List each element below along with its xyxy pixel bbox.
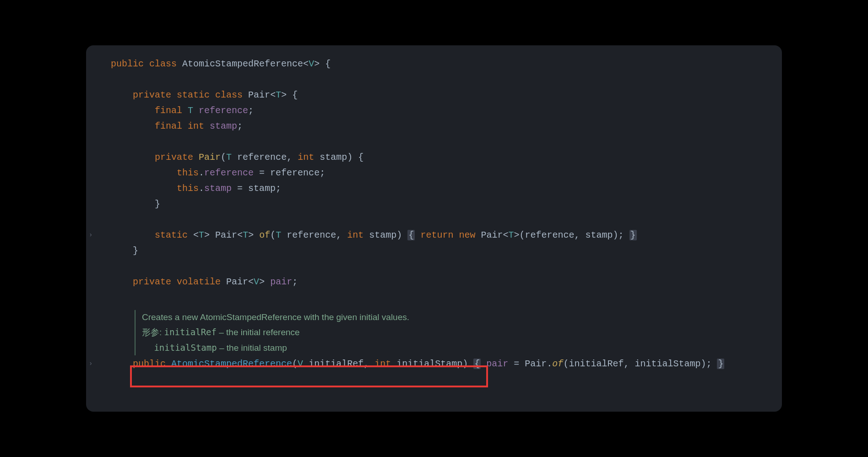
keyword-final: final bbox=[155, 105, 182, 116]
generic-param: T bbox=[276, 90, 281, 100]
param-name: initialStamp bbox=[396, 359, 462, 369]
field-name: pair bbox=[270, 277, 292, 287]
keyword-static: static bbox=[177, 90, 210, 100]
keyword-public: public bbox=[133, 359, 166, 369]
code-line[interactable]: public class AtomicStampedReference<V> { bbox=[86, 56, 782, 72]
blank-line bbox=[86, 290, 782, 305]
keyword-return: return bbox=[420, 230, 453, 240]
code-area[interactable]: public class AtomicStampedReference<V> {… bbox=[86, 45, 782, 383]
generic-param: V bbox=[309, 59, 314, 69]
code-line[interactable]: } bbox=[86, 243, 782, 259]
type-int: int bbox=[188, 121, 204, 131]
brace-open: { bbox=[320, 59, 331, 69]
generic-param: V bbox=[254, 277, 259, 287]
angle-close: > bbox=[314, 59, 320, 69]
param-type: int bbox=[347, 230, 363, 240]
param-type: T bbox=[226, 152, 232, 163]
code-line[interactable]: this.stamp = stamp; bbox=[86, 181, 782, 196]
class-ref: Pair bbox=[525, 359, 547, 369]
params-label: 形参: bbox=[142, 327, 162, 337]
param-desc: – the initial reference bbox=[217, 327, 300, 337]
code-line[interactable]: private volatile Pair<V> pair; bbox=[86, 274, 782, 290]
param-type: int bbox=[298, 152, 314, 163]
fold-marker[interactable]: } bbox=[629, 230, 637, 240]
keyword-public: public bbox=[111, 59, 144, 69]
fold-chevron-icon[interactable]: › bbox=[89, 359, 92, 370]
static-method-call: of bbox=[552, 359, 563, 369]
code-line[interactable]: } bbox=[86, 196, 782, 212]
code-line[interactable]: final T reference; bbox=[86, 103, 782, 119]
keyword-class: class bbox=[215, 90, 243, 100]
constructor-name: AtomicStampedReference bbox=[171, 359, 292, 369]
keyword-this: this bbox=[177, 183, 199, 194]
identifier: stamp bbox=[248, 183, 276, 194]
class-name: Pair bbox=[248, 90, 270, 100]
param-name: reference bbox=[237, 152, 287, 163]
fold-chevron-icon[interactable]: › bbox=[89, 230, 92, 241]
field-ref: stamp bbox=[204, 183, 232, 194]
identifier: reference bbox=[270, 168, 320, 178]
blank-line bbox=[86, 134, 782, 150]
field-name: stamp bbox=[210, 121, 237, 131]
param-type: V bbox=[298, 359, 303, 369]
fold-marker[interactable]: } bbox=[717, 359, 724, 369]
type-ref: T bbox=[188, 105, 193, 116]
code-line[interactable]: this.reference = reference; bbox=[86, 165, 782, 181]
code-line[interactable]: private Pair(T reference, int stamp) { bbox=[86, 150, 782, 165]
field-name: reference bbox=[199, 105, 248, 116]
brace-close: } bbox=[133, 245, 138, 256]
method-name: of bbox=[259, 230, 270, 240]
param-name: stamp bbox=[320, 152, 347, 163]
code-line[interactable]: › public AtomicStampedReference(V initia… bbox=[86, 356, 782, 372]
javadoc-param-cont: initialStamp – the initial stamp bbox=[142, 340, 782, 355]
ctor-call: Pair bbox=[481, 230, 503, 240]
param-name: initialRef bbox=[309, 359, 363, 369]
field-ref: pair bbox=[486, 359, 508, 369]
param-name: initialRef bbox=[164, 327, 217, 337]
fold-marker[interactable]: { bbox=[473, 359, 481, 369]
keyword-class: class bbox=[149, 59, 177, 69]
blank-line bbox=[86, 259, 782, 274]
fold-marker[interactable]: { bbox=[407, 230, 415, 240]
blank-line bbox=[86, 72, 782, 87]
javadoc-params: 形参: initialRef – the initial reference bbox=[142, 325, 782, 340]
generic-param: T bbox=[199, 230, 204, 240]
param-type: int bbox=[374, 359, 391, 369]
brace-close: } bbox=[155, 199, 160, 209]
keyword-static: static bbox=[155, 230, 188, 240]
constructor-name: Pair bbox=[199, 152, 221, 163]
javadoc-summary: Creates a new AtomicStampedReference wit… bbox=[142, 310, 782, 325]
keyword-private: private bbox=[133, 277, 171, 287]
param-type: T bbox=[276, 230, 281, 240]
code-editor-panel: public class AtomicStampedReference<V> {… bbox=[86, 45, 782, 412]
class-name: AtomicStampedReference bbox=[182, 59, 303, 69]
javadoc-inlay: Creates a new AtomicStampedReference wit… bbox=[135, 310, 782, 355]
param-desc: – the initial stamp bbox=[217, 343, 287, 353]
keyword-new: new bbox=[459, 230, 475, 240]
blank-line bbox=[86, 212, 782, 228]
code-line[interactable]: › static <T> Pair<T> of(T reference, int… bbox=[86, 228, 782, 243]
field-ref: reference bbox=[204, 168, 254, 178]
angle-open: < bbox=[303, 59, 309, 69]
return-type: Pair bbox=[215, 230, 237, 240]
keyword-private: private bbox=[133, 90, 171, 100]
code-line[interactable]: final int stamp; bbox=[86, 119, 782, 134]
code-line[interactable]: private static class Pair<T> { bbox=[86, 87, 782, 103]
keyword-volatile: volatile bbox=[177, 277, 221, 287]
keyword-private: private bbox=[155, 152, 193, 163]
keyword-this: this bbox=[177, 168, 199, 178]
keyword-final: final bbox=[155, 121, 182, 131]
param-name: initialStamp bbox=[154, 343, 217, 353]
type-name: Pair bbox=[226, 277, 248, 287]
